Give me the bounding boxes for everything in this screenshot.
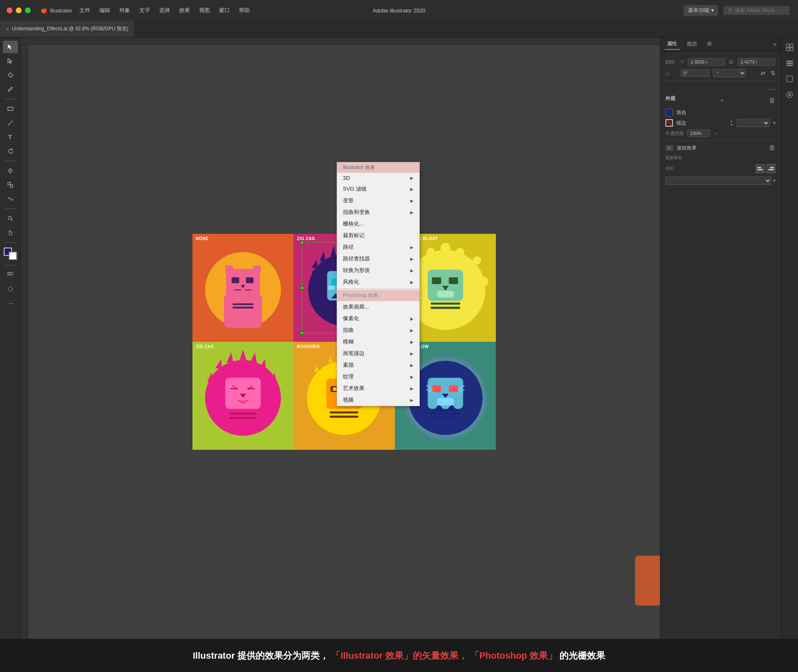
tool-line[interactable]	[3, 117, 18, 129]
distribute-select[interactable]	[665, 177, 771, 185]
menu-brush-strokes[interactable]: 画笔描边▶	[337, 348, 419, 359]
stroke-expand-icon[interactable]: ▾	[773, 120, 776, 126]
svg-line-1	[8, 120, 13, 125]
delete-appearance-icon[interactable]: 🗑	[769, 97, 776, 104]
flip-vertical-icon[interactable]: ⇅	[771, 70, 776, 76]
menu-window[interactable]: 窗口	[215, 5, 234, 16]
menu-edit[interactable]: 编辑	[95, 5, 114, 16]
tab-library[interactable]: 库	[704, 39, 714, 49]
menu-blur[interactable]: 模糊▶	[337, 336, 419, 348]
tab-layers[interactable]: 图层	[685, 39, 699, 49]
menu-view[interactable]: 视图	[195, 5, 214, 16]
color-indicator[interactable]	[4, 248, 17, 260]
minimize-button[interactable]	[16, 7, 22, 13]
menu-pixelate[interactable]: 像素化▶	[337, 313, 419, 324]
menu-effects-gallery[interactable]: 效果画廊...	[337, 301, 419, 313]
tool-extra2[interactable]	[3, 283, 18, 295]
stroke-color-swatch[interactable]	[665, 119, 673, 127]
document-tab[interactable]: × Understanding_Effects.ai @ 42.8% (RGB/…	[0, 21, 135, 37]
menu-3d[interactable]: 3D▶	[337, 173, 419, 183]
opacity-row: 不透明度 ›	[665, 130, 776, 137]
menu-texture[interactable]: 纹理▶	[337, 371, 419, 383]
tool-direct-selection[interactable]	[3, 55, 18, 67]
opacity-input[interactable]	[687, 130, 710, 137]
tool-reflect[interactable]	[3, 164, 18, 177]
fx-badge: fx	[665, 145, 673, 151]
tab-properties[interactable]: 属性	[665, 39, 680, 50]
tool-warp[interactable]	[3, 193, 18, 205]
annotation-red1: 「Illustrator 效果」的矢量效果，	[331, 650, 468, 661]
tool-type[interactable]: T	[3, 131, 18, 143]
menu-rasterize[interactable]: 栅格化...	[337, 218, 419, 230]
tool-extra1[interactable]	[3, 269, 18, 281]
menu-crop-marks[interactable]: 裁剪标记	[337, 230, 419, 241]
svg-point-50	[478, 277, 488, 287]
menu-distort-transform[interactable]: 扭曲和变换▶	[337, 206, 419, 218]
tool-more[interactable]: ⋯	[3, 297, 18, 309]
menu-distort[interactable]: 扭曲▶	[337, 324, 419, 336]
menu-sketch[interactable]: 素描▶	[337, 359, 419, 371]
menu-transform[interactable]: 变形▶	[337, 195, 419, 206]
align-right-btn[interactable]	[766, 164, 776, 173]
menu-effect[interactable]: 效果	[175, 5, 194, 16]
tool-hand[interactable]	[3, 226, 18, 239]
height-label: 高:	[729, 59, 734, 65]
effect-dropdown-menu[interactable]: Illustrator 效果 3D▶ SVG 滤镜▶ 变形▶ 扭曲和变换▶ 栅格…	[337, 162, 420, 406]
tool-rectangle[interactable]	[3, 103, 18, 115]
y-value-input[interactable]	[688, 58, 725, 66]
tool-pen[interactable]	[3, 69, 18, 81]
tool-rotate[interactable]	[3, 145, 18, 157]
stock-search-input[interactable]	[723, 6, 790, 15]
menu-convert-shape[interactable]: 转换为形状▶	[337, 265, 419, 276]
menu-svg-filter[interactable]: SVG 滤镜▶	[337, 183, 419, 195]
align-left-btn[interactable]	[756, 164, 765, 173]
align-row: 排列	[665, 164, 776, 173]
flip-horizontal-icon[interactable]: ⇄	[761, 70, 766, 76]
menu-path[interactable]: 路径▶	[337, 241, 419, 253]
menu-object[interactable]: 对象	[115, 5, 134, 16]
menu-select[interactable]: 选择	[155, 5, 174, 16]
panel-btn-color[interactable]	[783, 88, 796, 101]
annotation-text: Illustrator 提供的效果分为两类， 「Illustrator 效果」的…	[193, 649, 606, 662]
svg-marker-63	[259, 359, 266, 368]
stroke-arrows[interactable]: ▲ ▼	[730, 119, 733, 127]
toolbar-divider4	[4, 242, 17, 243]
align-label: 排列	[665, 166, 674, 172]
panel-btn-layers[interactable]	[783, 56, 796, 70]
menu-stylize[interactable]: 风格化▶	[337, 276, 419, 288]
background-color[interactable]	[9, 252, 17, 260]
close-button[interactable]	[7, 7, 12, 13]
maximize-button[interactable]	[25, 7, 31, 13]
stroke-dropdown[interactable]	[736, 119, 770, 127]
menu-type[interactable]: 文字	[135, 5, 154, 16]
far-right-panel	[781, 37, 798, 639]
svg-rect-5	[8, 182, 10, 185]
add-appearance-icon[interactable]: +	[720, 97, 724, 104]
tool-selection[interactable]	[3, 41, 18, 53]
divider1	[665, 81, 776, 81]
effect-delete-icon[interactable]: 🗑	[769, 144, 776, 152]
workspace-selector[interactable]: 基本功能 ▾	[684, 5, 718, 16]
tool-zoom[interactable]	[3, 212, 18, 225]
tab-close-icon[interactable]: ×	[6, 26, 9, 32]
recent-colors-row: 最新着色	[665, 155, 776, 161]
distribute-expand-icon[interactable]: ▾	[773, 178, 776, 184]
menu-artistic[interactable]: 艺术效果▶	[337, 383, 419, 394]
fill-color-swatch[interactable]	[665, 109, 673, 116]
menu-video[interactable]: 视频▶	[337, 394, 419, 406]
menu-help[interactable]: 帮助	[235, 5, 254, 16]
panel-btn-1[interactable]	[783, 41, 796, 54]
angle-input[interactable]	[680, 69, 709, 77]
opacity-expand-icon[interactable]: ›	[715, 130, 717, 136]
svg-rect-9	[8, 272, 10, 275]
tool-scale[interactable]	[3, 179, 18, 191]
menu-pathfinder[interactable]: 路径查找器▶	[337, 253, 419, 265]
menu-file[interactable]: 文件	[75, 5, 94, 16]
panel-btn-3[interactable]	[783, 72, 796, 86]
angle-unit-select[interactable]: °	[713, 69, 746, 77]
traffic-lights	[0, 7, 37, 13]
more-options-icon[interactable]: ⋯	[768, 84, 776, 93]
height-value-input[interactable]	[738, 58, 775, 66]
tool-pencil[interactable]	[3, 83, 18, 96]
panel-expand-icon[interactable]: »	[773, 42, 776, 47]
